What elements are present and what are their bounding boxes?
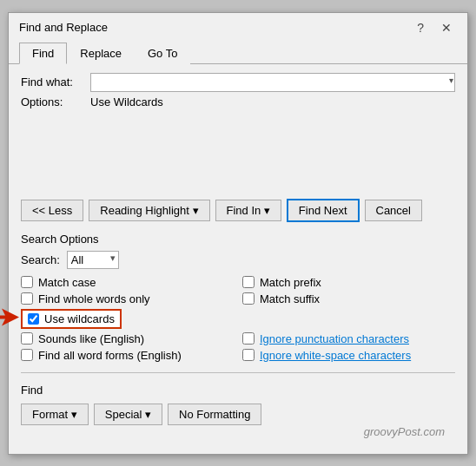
tab-bar: Find Replace Go To [9, 43, 467, 64]
checkbox-grid: Match case Match prefix Find whole words… [21, 276, 455, 362]
match-suffix-item: Match suffix [242, 292, 455, 305]
match-case-checkbox[interactable] [21, 276, 33, 288]
ignore-whitespace-checkbox[interactable] [242, 349, 255, 361]
whole-words-label[interactable]: Find whole words only [38, 292, 150, 305]
ignore-punct-checkbox[interactable] [242, 332, 255, 345]
sounds-like-label[interactable]: Sounds like (English) [38, 332, 144, 345]
sounds-like-checkbox[interactable] [21, 332, 33, 345]
sounds-like-item: Sounds like (English) [21, 332, 234, 345]
options-label: Options: [21, 95, 90, 108]
divider [21, 372, 455, 373]
title-bar-controls: ? ✕ [412, 20, 457, 36]
all-word-forms-label[interactable]: Find all word forms (English) [38, 349, 182, 362]
ignore-punct-label[interactable]: Ignore punctuation characters [260, 332, 409, 345]
search-row: Search: All Up Down [21, 251, 455, 269]
all-word-forms-checkbox[interactable] [21, 349, 33, 361]
reading-highlight-button[interactable]: Reading Highlight ▾ [89, 200, 209, 221]
svg-marker-0 [0, 309, 19, 326]
tab-replace[interactable]: Replace [67, 43, 135, 64]
cancel-button[interactable]: Cancel [365, 200, 422, 221]
search-select-wrap: All Up Down [67, 251, 119, 269]
help-button[interactable]: ? [412, 20, 429, 36]
ignore-whitespace-label[interactable]: Ignore white-space characters [260, 349, 411, 362]
bottom-buttons: Format ▾ Special ▾ No Formatting [21, 404, 455, 425]
match-case-item: Match case [21, 276, 234, 289]
match-prefix-item: Match prefix [242, 276, 455, 289]
use-wildcards-label[interactable]: Use wildcards [44, 312, 115, 325]
special-button[interactable]: Special ▾ [94, 404, 162, 425]
find-what-label: Find what: [21, 75, 90, 89]
search-label: Search: [21, 253, 60, 266]
watermark: groovyPost.com [21, 425, 455, 445]
dialog-content: Find what: ▾ Options: Use Wildcards << L… [9, 64, 467, 454]
find-what-row: Find what: ▾ [21, 73, 455, 92]
action-buttons: << Less Reading Highlight ▾ Find In ▾ Fi… [21, 199, 455, 222]
bottom-section-title: Find [21, 384, 455, 397]
use-wildcards-row: Use wildcards [21, 309, 234, 329]
find-what-input[interactable] [90, 73, 455, 92]
find-replace-dialog: Find and Replace ? ✕ Find Replace Go To … [8, 12, 468, 455]
whole-words-checkbox[interactable] [21, 292, 33, 305]
close-button[interactable]: ✕ [436, 20, 457, 36]
use-wildcards-checkbox[interactable] [28, 313, 39, 325]
title-bar: Find and Replace ? ✕ [9, 13, 467, 39]
ignore-punct-item: Ignore punctuation characters [242, 332, 455, 345]
match-suffix-label[interactable]: Match suffix [260, 292, 320, 305]
bottom-section: Find Format ▾ Special ▾ No Formatting [21, 384, 455, 425]
ignore-whitespace-item: Ignore white-space characters [242, 349, 455, 362]
tab-goto[interactable]: Go To [135, 43, 190, 64]
options-value: Use Wildcards [90, 95, 163, 108]
red-arrow-indicator [0, 307, 19, 331]
find-in-button[interactable]: Find In ▾ [215, 200, 281, 221]
find-what-input-wrap: ▾ [90, 73, 455, 92]
find-next-button[interactable]: Find Next [287, 199, 360, 222]
use-wildcards-highlighted: Use wildcards [21, 309, 122, 329]
options-row: Options: Use Wildcards [21, 95, 455, 108]
whole-words-item: Find whole words only [21, 292, 234, 305]
dialog-title: Find and Replace [19, 21, 108, 34]
format-button[interactable]: Format ▾ [21, 404, 89, 425]
search-select[interactable]: All Up Down [67, 251, 119, 269]
less-button[interactable]: << Less [21, 200, 83, 221]
match-case-label[interactable]: Match case [38, 276, 96, 289]
search-options-title: Search Options [21, 233, 455, 246]
match-prefix-checkbox[interactable] [242, 276, 255, 288]
match-suffix-checkbox[interactable] [242, 292, 255, 305]
match-prefix-label[interactable]: Match prefix [260, 276, 321, 289]
all-word-forms-item: Find all word forms (English) [21, 349, 234, 362]
tab-find[interactable]: Find [19, 43, 67, 64]
no-formatting-button[interactable]: No Formatting [168, 404, 261, 425]
